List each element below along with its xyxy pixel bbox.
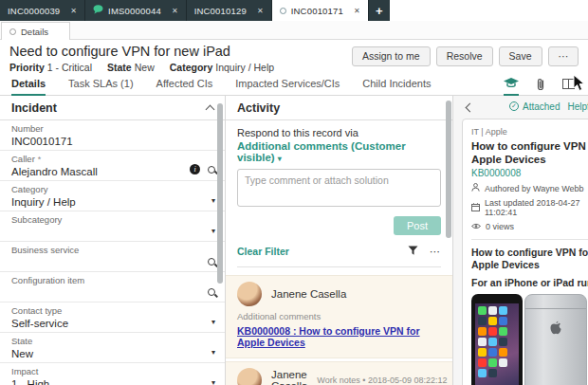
iphone-back-image [524, 294, 587, 385]
chat-icon [93, 5, 103, 16]
kb-article-image [471, 294, 588, 385]
resolve-button[interactable]: Resolve [436, 46, 493, 66]
kb-breadcrumb: IT | Apple [471, 127, 588, 137]
form-scrollbar[interactable] [217, 103, 223, 284]
subtab-row: Details [0, 21, 588, 40]
kb-body-heading: How to configure VPN for Apple Devices [471, 247, 588, 271]
workspace-tab-inc0010129[interactable]: INC0010129 ✕ [187, 0, 272, 21]
record-header-left: Need to configure VPN for new iPad Prior… [9, 43, 274, 74]
chevron-down-icon[interactable]: ▾ [211, 196, 215, 205]
attachments-icon[interactable] [535, 74, 546, 96]
field-contact-type[interactable]: Contact type Self-service ▾ [0, 302, 225, 333]
subtab-details[interactable]: Details [1, 22, 70, 40]
subtab-label: Details [21, 27, 48, 37]
incident-form-panel: Incident Number INC0010171 Caller* Aleja… [0, 96, 226, 385]
kb-updated: Last updated 2018-04-27 11:02:41 [471, 198, 588, 217]
record-actions: Assign to me Resolve Save ⋯ [352, 43, 579, 74]
kb-author: Authored by Wayne Webb [471, 183, 588, 193]
field-impact[interactable]: Impact 1 - High ▾ [0, 363, 225, 385]
search-icon[interactable] [208, 288, 215, 296]
check-circle-icon: ✓ [509, 101, 519, 111]
record-title: Need to configure VPN for new iPad [9, 43, 274, 61]
chevron-down-icon[interactable]: ▾ [211, 348, 215, 357]
entry-author: Janene Casella [271, 288, 441, 300]
tab-affected-cis[interactable]: Affected CIs [156, 74, 213, 96]
respond-label: Respond to this record via [237, 127, 441, 138]
field-number[interactable]: Number INC0010171 [0, 120, 225, 151]
record-icon [280, 8, 286, 14]
person-icon [471, 183, 480, 193]
tab-child-incidents[interactable]: Child Incidents [362, 74, 431, 96]
chevron-down-icon[interactable]: ▾ [211, 378, 215, 385]
workspace-tab-inc0000039[interactable]: INC0000039 ✕ [0, 0, 85, 21]
record-icon [9, 28, 16, 35]
kb-views: 0 views [471, 222, 588, 231]
close-icon[interactable]: ✕ [354, 7, 360, 15]
search-icon[interactable] [208, 258, 215, 266]
assign-to-me-button[interactable]: Assign to me [352, 46, 431, 66]
chevron-down-icon[interactable]: ▾ [211, 318, 215, 326]
new-tab-button[interactable]: + [369, 0, 390, 21]
field-business-service[interactable]: Business service [0, 242, 225, 272]
filter-icon[interactable] [408, 243, 418, 260]
field-subcategory[interactable]: Subcategory ▾ [0, 211, 225, 242]
knowledge-toolbar: ✓ Attached Helpful [453, 96, 588, 117]
channel-selector[interactable]: Additional comments (Customer visible)▾ [237, 140, 441, 163]
meta-category: CategoryInquiry / Help [170, 62, 274, 73]
more-icon[interactable]: ⋯ [430, 246, 441, 258]
kb-number-link[interactable]: KB0000008 [471, 168, 588, 178]
back-chevron-icon[interactable] [463, 96, 477, 117]
tab-impacted-services[interactable]: Impacted Services/CIs [235, 74, 340, 96]
info-icon[interactable]: i [190, 164, 200, 174]
field-category[interactable]: Category Inquiry / Help ▾ [0, 181, 225, 211]
entry-author: Janene Casella [271, 369, 307, 385]
clear-filter-link[interactable]: Clear Filter [237, 246, 289, 257]
close-icon[interactable]: ✕ [172, 7, 178, 15]
helpful-link[interactable]: Helpful [567, 101, 588, 112]
incident-section-header[interactable]: Incident [0, 96, 225, 120]
more-actions-button[interactable]: ⋯ [548, 46, 579, 66]
tab-label: INC0000039 [8, 6, 60, 16]
entry-meta: Work notes • 2018-05-09 08:22:12 [317, 376, 447, 385]
field-caller[interactable]: Caller* Alejandro Mascall i [0, 151, 225, 181]
workspace-tab-bar: INC0000039 ✕ IMS0000044 ✕ INC0010129 ✕ I… [0, 0, 588, 21]
activity-entry: Janene Casella Additional comments KB000… [226, 275, 452, 358]
knowledge-icon[interactable] [504, 74, 519, 96]
collapse-icon[interactable] [206, 105, 215, 115]
close-icon[interactable]: ✕ [70, 7, 77, 15]
kb-article-card[interactable]: IT | Apple How to configure VPN for Appl… [462, 119, 588, 385]
attached-badge[interactable]: ✓ Attached [509, 101, 560, 112]
activity-scrollbar[interactable] [446, 101, 451, 238]
main-content: Incident Number INC0010171 Caller* Aleja… [0, 96, 588, 385]
avatar [237, 368, 262, 385]
entry-type: Additional comments [237, 311, 441, 321]
apple-logo-icon [548, 320, 563, 340]
save-button[interactable]: Save [499, 46, 542, 66]
field-configuration-item[interactable]: Configuration item [0, 272, 225, 302]
search-icon[interactable] [208, 166, 215, 174]
close-icon[interactable]: ✕ [257, 7, 264, 15]
kb-article-link[interactable]: KB0000008 : How to configure VPN for App… [237, 325, 441, 348]
chevron-down-icon: ▾ [278, 155, 282, 163]
section-title: Incident [11, 101, 57, 115]
avatar [237, 282, 262, 306]
post-button[interactable]: Post [394, 216, 441, 235]
tab-label: IMS0000044 [108, 6, 161, 16]
activity-title: Activity [226, 101, 452, 120]
chevron-down-icon[interactable]: ▾ [211, 227, 215, 235]
divider [471, 239, 588, 240]
tab-task-slas[interactable]: Task SLAs (1) [68, 74, 133, 96]
workspace-tab-inc0010171[interactable]: INC0010171 ✕ [272, 0, 369, 21]
tab-label: INC0010171 [291, 6, 343, 16]
eye-icon [471, 222, 481, 231]
workspace-tab-ims0000044[interactable]: IMS0000044 ✕ [85, 0, 187, 21]
meta-priority: Priority1 - Critical [9, 62, 92, 73]
tab-details[interactable]: Details [11, 74, 46, 96]
activity-entry: Janene Casella Work notes • 2018-05-09 0… [226, 361, 452, 385]
field-state[interactable]: State New ▾ [0, 333, 225, 363]
comment-input[interactable] [237, 169, 441, 207]
sidebar-icon-group [504, 74, 575, 96]
layout-columns-icon[interactable] [562, 74, 575, 96]
meta-state: StateNew [107, 62, 155, 73]
activity-panel: Activity Respond to this record via Addi… [226, 96, 453, 385]
